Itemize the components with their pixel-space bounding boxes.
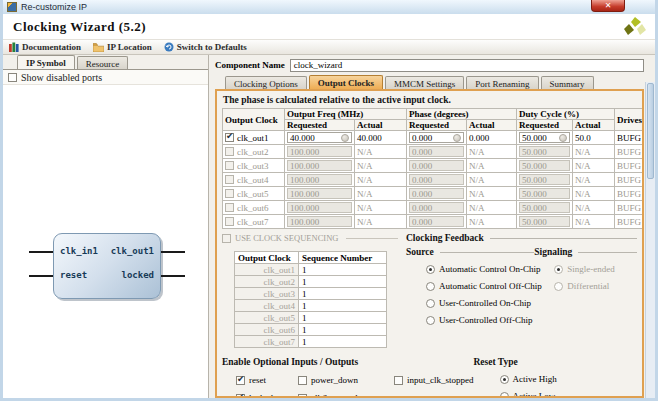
tab-resource[interactable]: Resource — [77, 56, 129, 69]
freq-requested-input[interactable]: 100.000 — [287, 174, 352, 185]
sequence-number-input[interactable]: 1 — [299, 336, 387, 348]
col-output-freq: Output Freq (MHz) — [285, 109, 407, 120]
right-panel: Component Name clock_wizard Clocking Opt… — [209, 55, 655, 398]
clear-icon[interactable] — [559, 134, 567, 142]
component-name-input[interactable]: clock_wizard — [290, 59, 644, 72]
clk-out7-enable-checkbox[interactable] — [225, 217, 234, 226]
table-row: clk_out2 100.000 N/A 0.000 N/A 50.000 N/… — [223, 145, 645, 159]
freq-requested-input[interactable]: 40.000 — [287, 132, 352, 143]
sequence-number-input[interactable]: 1 — [299, 300, 387, 312]
reset-checkbox[interactable]: reset — [236, 375, 298, 385]
col-duty-requested: Requested — [517, 120, 573, 131]
component-name-label: Component Name — [215, 60, 285, 70]
phase-requested-input[interactable]: 0.000 — [409, 216, 464, 227]
radio-icon — [554, 282, 563, 291]
power-down-checkbox[interactable]: power_down — [298, 375, 394, 385]
phase-requested-input[interactable]: 0.000 — [409, 202, 464, 213]
drives-dropdown[interactable]: BUFG▾ — [617, 147, 644, 157]
clk-out2-enable-checkbox[interactable] — [225, 147, 234, 156]
freq-requested-input[interactable]: 100.000 — [287, 188, 352, 199]
col-phase: Phase (degrees) — [407, 109, 517, 120]
drives-dropdown[interactable]: BUFG▾ — [617, 161, 644, 171]
phase-actual-value: N/A — [467, 159, 517, 173]
freq-requested-input[interactable]: 100.000 — [287, 216, 352, 227]
ip-location-button[interactable]: IP Location — [93, 42, 152, 52]
drives-dropdown[interactable]: BUFG▾ — [617, 175, 644, 185]
scrollbar-thumb[interactable] — [647, 83, 654, 179]
radio-differential[interactable]: Differential — [554, 281, 637, 291]
sequence-number-input[interactable]: 1 — [299, 288, 387, 300]
sequence-number-input[interactable]: 1 — [299, 324, 387, 336]
freq-requested-input[interactable]: 100.000 — [287, 146, 352, 157]
table-row: clk_out4 100.000 N/A 0.000 N/A 50.000 N/… — [223, 173, 645, 187]
radio-icon — [426, 316, 435, 325]
phase-requested-input[interactable]: 0.000 — [409, 174, 464, 185]
use-clock-sequencing-checkbox[interactable] — [222, 234, 231, 243]
duty-requested-input[interactable]: 50.000 — [519, 146, 570, 157]
drives-dropdown[interactable]: BUFG▾ — [617, 217, 644, 227]
freq-requested-input[interactable]: 100.000 — [287, 160, 352, 171]
duty-requested-input[interactable]: 50.000 — [519, 188, 570, 199]
radio-icon — [554, 265, 563, 274]
drives-dropdown[interactable]: BUFG▾ — [617, 203, 644, 213]
sequence-number-input[interactable]: 1 — [299, 276, 387, 288]
col-phase-requested: Requested — [407, 120, 467, 131]
duty-requested-input[interactable]: 50.000 — [519, 216, 570, 227]
radio-active-high[interactable]: Active High — [500, 374, 638, 384]
radio-single-ended[interactable]: Single-ended — [554, 264, 637, 274]
phase-requested-input[interactable]: 0.000 — [409, 146, 464, 157]
show-disabled-ports-checkbox[interactable] — [8, 73, 17, 82]
clk-out6-enable-checkbox[interactable] — [225, 203, 234, 212]
phase-requested-input[interactable]: 0.000 — [409, 160, 464, 171]
tab-output-clocks[interactable]: Output Clocks — [309, 75, 383, 89]
clear-icon[interactable] — [453, 134, 461, 142]
sequence-number-input[interactable]: 1 — [299, 264, 387, 276]
drives-dropdown[interactable]: BUFG▾ — [617, 189, 644, 199]
drives-dropdown[interactable]: BUFG▾ — [617, 133, 644, 143]
clk-out5-enable-checkbox[interactable] — [225, 189, 234, 198]
radio-active-low[interactable]: Active Low — [500, 391, 638, 398]
duty-requested-input[interactable]: 50.000 — [519, 202, 570, 213]
duty-requested-input[interactable]: 50.000 — [519, 132, 570, 143]
ip-location-label: IP Location — [107, 42, 152, 52]
clk-out3-enable-checkbox[interactable] — [225, 161, 234, 170]
documentation-button[interactable]: Documentation — [9, 42, 81, 52]
switch-to-defaults-button[interactable]: Switch to Defaults — [164, 42, 247, 52]
radio-automatic-control-on-chip[interactable]: Automatic Control On-Chip — [426, 264, 534, 274]
vertical-scrollbar[interactable] — [645, 82, 655, 398]
duty-requested-input[interactable]: 50.000 — [519, 160, 570, 171]
documentation-label: Documentation — [22, 42, 81, 52]
clear-icon[interactable] — [341, 134, 349, 142]
radio-user-controlled-off-chip[interactable]: User-Controlled Off-Chip — [426, 315, 534, 325]
tab-ip-symbol[interactable]: IP Symbol — [17, 55, 75, 69]
locked-checkbox[interactable]: locked — [236, 393, 298, 398]
toolbar: Documentation IP Location Switch to Defa… — [3, 40, 655, 55]
optional-io-title: Enable Optional Inputs / Outputs — [222, 357, 474, 367]
duty-requested-input[interactable]: 50.000 — [519, 174, 570, 185]
optional-io-section: Enable Optional Inputs / Outputs reset p… — [222, 357, 474, 398]
duty-actual-value: N/A — [573, 145, 615, 159]
duty-actual-value: N/A — [573, 187, 615, 201]
clk-out1-enable-checkbox[interactable] — [225, 133, 234, 142]
input-clk-stopped-checkbox[interactable]: input_clk_stopped — [394, 375, 474, 385]
radio-user-controlled-on-chip[interactable]: User-Controlled On-Chip — [426, 298, 534, 308]
checkbox-icon — [298, 394, 307, 399]
radio-icon — [426, 265, 435, 274]
close-button[interactable]: ✕ — [591, 0, 625, 12]
phase-requested-input[interactable]: 0.000 — [409, 132, 464, 143]
phase-actual-value: N/A — [467, 173, 517, 187]
tab-clocking-options[interactable]: Clocking Options — [225, 76, 307, 89]
tab-port-renaming[interactable]: Port Renaming — [466, 76, 538, 89]
seq-row: clk_out11 — [235, 264, 387, 276]
phase-requested-input[interactable]: 0.000 — [409, 188, 464, 199]
freq-requested-input[interactable]: 100.000 — [287, 202, 352, 213]
tab-summary[interactable]: Summary — [541, 76, 594, 89]
output-clocks-pane: The phase is calculated relative to the … — [215, 89, 644, 398]
tab-mmcm-settings[interactable]: MMCM Settings — [385, 76, 464, 89]
clk-out4-enable-checkbox[interactable] — [225, 175, 234, 184]
window-title: Re-customize IP — [21, 2, 87, 12]
clkfbstopped-checkbox[interactable]: clkfbstopped — [298, 393, 394, 398]
radio-automatic-control-off-chip[interactable]: Automatic Control Off-Chip — [426, 281, 534, 291]
freq-actual-value: N/A — [355, 201, 407, 215]
sequence-number-input[interactable]: 1 — [299, 312, 387, 324]
